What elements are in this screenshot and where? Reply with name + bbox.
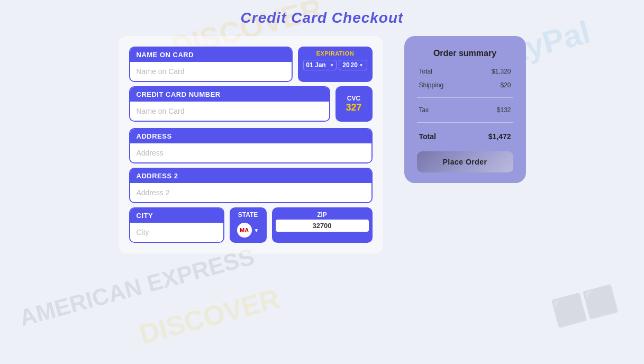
page-title: Credit Card Checkout — [241, 10, 404, 26]
address2-input[interactable] — [130, 183, 371, 202]
name-on-card-input[interactable] — [130, 62, 292, 81]
summary-divider-2 — [417, 122, 513, 123]
expiry-year-prefix: 20 — [342, 61, 349, 69]
summary-row-shipping: Shipping $20 — [417, 80, 513, 90]
state-arrow-icon: ▼ — [254, 228, 259, 233]
expiry-selects: 01 Jan 02 Feb 03 Mar 04 Apr 05 May 06 Ju… — [299, 58, 371, 75]
summary-total-value: $1,320 — [492, 68, 511, 75]
zip-label: Zip — [313, 208, 331, 220]
address-input[interactable] — [130, 143, 371, 162]
name-expiry-row: Name On Card Expiration 01 Jan 02 Feb 03… — [129, 47, 373, 82]
name-on-card-label: Name On Card — [130, 48, 292, 62]
address-section: Address Address 2 City State — [129, 128, 373, 243]
name-on-card-group: Name On Card — [129, 47, 293, 82]
order-summary: Order summary Total $1,320 Shipping $20 … — [404, 36, 526, 183]
expiry-group: Expiration 01 Jan 02 Feb 03 Mar 04 Apr 0… — [298, 47, 372, 82]
summary-total-label: Total — [419, 68, 432, 75]
place-order-button[interactable]: Place order — [417, 151, 513, 172]
address2-group: Address 2 — [129, 168, 373, 203]
zip-group: Zip — [272, 207, 373, 243]
summary-grand-total-label: Total — [419, 132, 436, 141]
expiry-year-box: 20 20 21 22 23 24 25 ▼ — [339, 60, 367, 70]
city-input[interactable] — [130, 223, 223, 242]
summary-grand-total-value: $1,472 — [488, 132, 511, 141]
summary-row-total: Total $1,320 — [417, 67, 513, 76]
expiry-month-select[interactable]: 01 Jan 02 Feb 03 Mar 04 Apr 05 May 06 Ju… — [306, 61, 329, 69]
expiry-year-select[interactable]: 20 21 22 23 24 25 — [351, 61, 358, 69]
expiry-month-wrap[interactable]: 01 Jan 02 Feb 03 Mar 04 Apr 05 May 06 Ju… — [303, 60, 337, 70]
credit-card-number-label: Credit Card Number — [130, 87, 329, 102]
summary-row-tax: Tax $132 — [417, 105, 513, 115]
card-number-row: Credit Card Number CVC 327 — [129, 86, 373, 122]
cvc-group: CVC 327 — [335, 86, 373, 122]
address-group: Address — [129, 128, 373, 163]
summary-tax-value: $132 — [497, 106, 511, 114]
state-value-row: MA ▼ — [233, 221, 264, 242]
summary-tax-label: Tax — [419, 106, 429, 114]
city-row: City State MA ▼ Zip — [129, 207, 373, 243]
summary-divider — [417, 97, 513, 98]
zip-input[interactable] — [276, 220, 369, 232]
state-badge: MA — [237, 223, 252, 238]
main-row: Name On Card Expiration 01 Jan 02 Feb 03… — [119, 36, 526, 253]
address2-label: Address 2 — [130, 169, 371, 183]
address-label: Address — [130, 129, 371, 143]
expiry-month-arrow: ▼ — [330, 63, 334, 68]
form-panel: Name On Card Expiration 01 Jan 02 Feb 03… — [119, 36, 383, 253]
city-label: City — [130, 208, 223, 223]
expiry-year-arrow: ▼ — [359, 63, 364, 68]
state-group: State MA ▼ — [230, 207, 267, 243]
summary-shipping-label: Shipping — [419, 81, 444, 89]
state-label: State — [234, 208, 262, 220]
page-content: Credit Card Checkout Name On Card Expira… — [0, 0, 644, 364]
cvc-label: CVC — [347, 95, 360, 102]
expiry-label: Expiration — [299, 48, 371, 58]
summary-title: Order summary — [417, 49, 513, 58]
summary-grand-total-row: Total $1,472 — [417, 130, 513, 143]
summary-shipping-value: $20 — [500, 81, 511, 89]
cvc-value: 327 — [346, 102, 361, 113]
city-group: City — [129, 207, 224, 243]
credit-card-number-input[interactable] — [130, 102, 329, 121]
credit-card-number-group: Credit Card Number — [129, 86, 330, 122]
